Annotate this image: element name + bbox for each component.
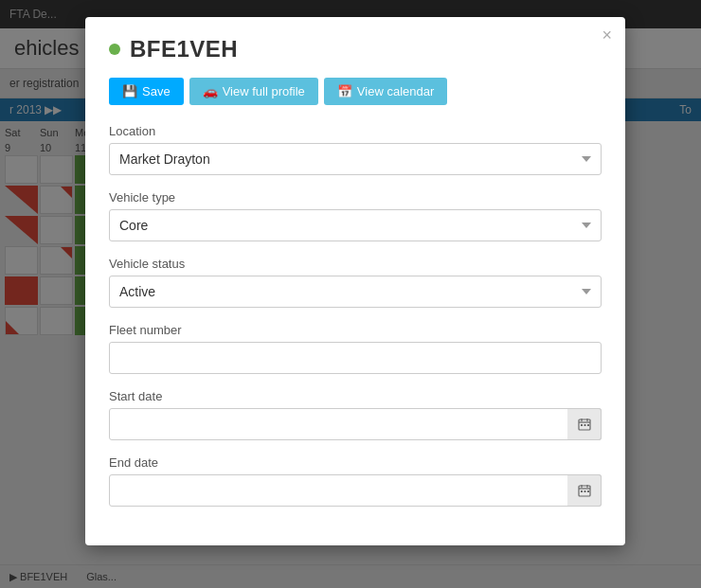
start-date-input[interactable] <box>109 408 602 440</box>
location-field-group: Location Market Drayton London Birmingha… <box>109 124 602 175</box>
end-date-input-wrapper <box>109 474 602 507</box>
location-select[interactable]: Market Drayton London Birmingham <box>109 143 602 175</box>
toolbar: 💾 Save 🚗 View full profile 📅 View calend… <box>109 78 602 105</box>
fleet-number-field-group: Fleet number <box>109 323 602 374</box>
modal-title-area: BFE1VEH <box>109 36 602 62</box>
vehicle-status-label: Vehicle status <box>109 257 602 271</box>
modal-dialog: × BFE1VEH 💾 Save 🚗 View full profile 📅 V… <box>85 17 625 545</box>
vehicle-status-select[interactable]: Active Inactive Suspended <box>109 276 602 308</box>
start-date-calendar-icon[interactable] <box>567 408 602 440</box>
end-date-field-group: End date <box>109 455 602 507</box>
end-date-calendar-icon[interactable] <box>567 474 602 507</box>
start-date-input-wrapper <box>109 408 602 440</box>
save-label: Save <box>142 84 171 98</box>
vehicle-type-label: Vehicle type <box>109 190 602 205</box>
view-calendar-label: View calendar <box>357 84 434 98</box>
view-profile-label: View full profile <box>223 84 305 98</box>
svg-rect-12 <box>584 490 585 492</box>
end-date-label: End date <box>109 455 602 470</box>
start-date-field-group: Start date <box>109 389 602 440</box>
profile-icon: 🚗 <box>203 84 218 98</box>
svg-rect-6 <box>587 424 589 426</box>
vehicle-type-select[interactable]: Core Support Fleet <box>109 209 602 241</box>
vehicle-type-field-group: Vehicle type Core Support Fleet <box>109 190 602 241</box>
svg-rect-13 <box>587 490 589 492</box>
save-button[interactable]: 💾 Save <box>109 78 184 105</box>
svg-rect-5 <box>584 424 585 426</box>
start-date-label: Start date <box>109 389 602 403</box>
svg-rect-11 <box>581 490 583 492</box>
view-profile-button[interactable]: 🚗 View full profile <box>189 78 318 105</box>
calendar-icon: 📅 <box>337 84 352 98</box>
end-date-input[interactable] <box>109 474 602 507</box>
fleet-number-input[interactable] <box>109 342 602 374</box>
vehicle-status-field-group: Vehicle status Active Inactive Suspended <box>109 257 602 308</box>
view-calendar-button[interactable]: 📅 View calendar <box>324 78 447 105</box>
svg-rect-4 <box>581 424 583 426</box>
close-button[interactable]: × <box>602 27 612 44</box>
save-icon: 💾 <box>122 84 137 98</box>
fleet-number-label: Fleet number <box>109 323 602 337</box>
status-dot <box>109 44 120 55</box>
location-label: Location <box>109 124 602 138</box>
vehicle-id-title: BFE1VEH <box>130 36 238 62</box>
